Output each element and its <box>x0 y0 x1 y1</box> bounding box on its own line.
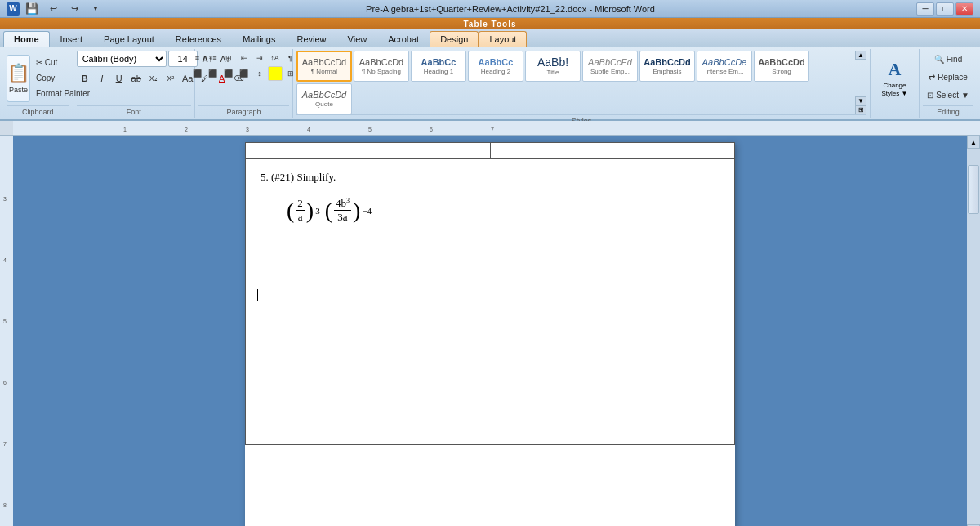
style-intense-em[interactable]: AaBbCcDe Intense Em... <box>697 51 752 82</box>
align-left-btn[interactable]: ⬛ <box>190 66 205 81</box>
tab-layout[interactable]: Layout <box>479 31 527 47</box>
numbering-btn[interactable]: 1≡ <box>206 51 220 65</box>
strikethrough-button[interactable]: ab <box>128 70 145 87</box>
select-label: Select <box>936 91 959 100</box>
increase-indent-btn[interactable]: ⇥ <box>252 51 267 65</box>
scroll-up-btn[interactable]: ▲ <box>967 136 980 149</box>
document-scroll[interactable]: 5. (#21) Simplify. ( 2 a ) 3 <box>13 136 967 526</box>
styles-scroll-up[interactable]: ▲ <box>855 51 866 60</box>
clipboard-content: 📋 Paste ✂ Cut Copy Format Painter <box>7 51 69 105</box>
change-styles-label: ChangeStyles ▼ <box>882 82 908 97</box>
problem-statement: 5. (#21) Simplify. <box>254 164 726 190</box>
line-spacing-btn[interactable]: ↕ <box>252 66 267 81</box>
superscript-button[interactable]: X² <box>163 70 179 87</box>
style-emphasis[interactable]: AaBbCcDd Emphasis <box>639 51 695 82</box>
maximize-btn[interactable]: □ <box>936 2 954 16</box>
justify-btn[interactable]: ⬛ <box>237 66 252 81</box>
styles-scroll-down[interactable]: ▼ <box>855 96 866 105</box>
title-bar: W 💾 ↩ ↪ ▼ Pre-Algebra+1st+Quarter+Review… <box>0 0 980 18</box>
tab-page-layout[interactable]: Page Layout <box>93 31 165 47</box>
style-normal[interactable]: AaBbCcDd ¶ Normal <box>296 51 352 82</box>
find-button[interactable]: 🔍 Find <box>929 51 968 67</box>
style-h2-preview: AaBbCc <box>479 58 514 67</box>
style-strong[interactable]: AaBbCcDd Strong <box>754 51 809 82</box>
left-paren-1: ( <box>287 199 294 222</box>
tab-acrobat[interactable]: Acrobat <box>377 31 430 47</box>
table-row-top <box>246 143 735 159</box>
bold-button[interactable]: B <box>77 70 93 87</box>
fraction-2: 4b3 3a <box>334 197 351 224</box>
italic-button[interactable]: I <box>94 70 110 87</box>
minimize-btn[interactable]: ─ <box>916 2 934 16</box>
styles-scroll-more[interactable]: ⊞ <box>855 105 866 114</box>
tab-insert[interactable]: Insert <box>50 31 94 47</box>
style-normal-name: ¶ Normal <box>311 68 337 75</box>
style-nospacing-name: ¶ No Spacing <box>362 68 401 75</box>
font-label: Font <box>77 105 191 116</box>
left-paren-2: ( <box>325 199 332 222</box>
table-cell-problem[interactable]: 5. (#21) Simplify. ( 2 a ) 3 <box>246 159 735 445</box>
decrease-indent-btn[interactable]: ⇤ <box>237 51 252 65</box>
ribbon-group-styles: AaBbCcDd ¶ Normal AaBbCcDd ¶ No Spacing … <box>293 49 871 118</box>
tab-references[interactable]: References <box>165 31 232 47</box>
style-quote[interactable]: AaBbCcDd Quote <box>296 83 352 114</box>
style-h1-preview: AaBbCc <box>421 58 457 67</box>
style-no-spacing[interactable]: AaBbCcDd ¶ No Spacing <box>354 51 409 82</box>
frac1-numerator: 2 <box>296 197 305 211</box>
fraction-1: 2 a <box>296 197 305 224</box>
scroll-thumb[interactable] <box>968 165 979 214</box>
tab-design[interactable]: Design <box>430 31 479 47</box>
change-styles-content: A ChangeStyles ▼ <box>874 51 915 105</box>
redo-quick-btn[interactable]: ↪ <box>65 0 83 18</box>
tab-mailings[interactable]: Mailings <box>232 31 286 47</box>
multilevel-btn[interactable]: ⊞ <box>221 51 236 65</box>
style-intem-preview: AaBbCcDe <box>702 58 746 67</box>
customize-quick-btn[interactable]: ▼ <box>87 0 105 18</box>
ribbon: 📋 Paste ✂ Cut Copy Format Painter Clipbo… <box>0 47 980 121</box>
replace-button[interactable]: ⇄ Replace <box>923 69 973 85</box>
style-intem-name: Intense Em... <box>705 68 743 75</box>
style-heading1[interactable]: AaBbCc Heading 1 <box>411 51 466 82</box>
style-heading2[interactable]: AaBbCc Heading 2 <box>468 51 523 82</box>
replace-icon: ⇄ <box>929 73 935 82</box>
select-button[interactable]: ⊡ Select ▼ <box>921 87 975 103</box>
ribbon-group-paragraph: ≡ 1≡ ⊞ ⇤ ⇥ ↕A ¶ ⬛ ⬛ ⬛ ⬛ ↕ ⊞ P <box>195 49 293 118</box>
tab-home[interactable]: Home <box>3 31 50 47</box>
align-center-btn[interactable]: ⬛ <box>206 66 220 81</box>
frac2-denominator: 3a <box>336 211 349 224</box>
tab-view[interactable]: View <box>337 31 378 47</box>
document-table: 5. (#21) Simplify. ( 2 a ) 3 <box>245 142 735 445</box>
bullets-btn[interactable]: ≡ <box>190 51 205 65</box>
save-quick-btn[interactable]: 💾 <box>23 0 41 18</box>
styles-content: AaBbCcDd ¶ Normal AaBbCcDd ¶ No Spacing … <box>296 51 866 114</box>
paste-button[interactable]: 📋 Paste <box>7 55 30 102</box>
cursor-area[interactable] <box>254 289 726 301</box>
style-h2-name: Heading 2 <box>481 68 510 75</box>
sort-btn[interactable]: ↕A <box>268 51 283 65</box>
svg-text:1: 1 <box>123 127 127 132</box>
frac2-numerator: 4b3 <box>334 197 351 211</box>
style-quote-preview: AaBbCcDd <box>302 91 346 100</box>
ribbon-group-change-styles: A ChangeStyles ▼ x <box>871 49 920 118</box>
scroll-track[interactable] <box>967 149 980 524</box>
exp-1: 3 <box>315 206 320 216</box>
close-btn[interactable]: ✕ <box>956 2 973 16</box>
svg-text:3: 3 <box>246 127 249 132</box>
word-icon: W <box>7 2 20 16</box>
style-title[interactable]: AaBb! Title <box>525 51 581 82</box>
change-styles-button[interactable]: A ChangeStyles ▼ <box>875 55 915 101</box>
shading-btn[interactable] <box>268 66 283 81</box>
font-name-selector[interactable]: Calibri (Body) <box>77 51 167 67</box>
align-right-btn[interactable]: ⬛ <box>221 66 236 81</box>
underline-button[interactable]: U <box>111 70 127 87</box>
style-nospacing-preview: AaBbCcDd <box>359 58 403 67</box>
editing-label: Editing <box>923 105 973 116</box>
style-subtle-em[interactable]: AaBbCcEd Subtle Emp... <box>582 51 638 82</box>
tab-review[interactable]: Review <box>286 31 336 47</box>
frac1-denominator: a <box>296 211 305 224</box>
undo-quick-btn[interactable]: ↩ <box>44 0 62 18</box>
table-cell-header-right <box>490 143 735 159</box>
paragraph-content: ≡ 1≡ ⊞ ⇤ ⇥ ↕A ¶ ⬛ ⬛ ⬛ ⬛ ↕ ⊞ <box>198 51 289 105</box>
select-icon: ⊡ <box>927 91 933 100</box>
subscript-button[interactable]: X₂ <box>145 70 162 87</box>
